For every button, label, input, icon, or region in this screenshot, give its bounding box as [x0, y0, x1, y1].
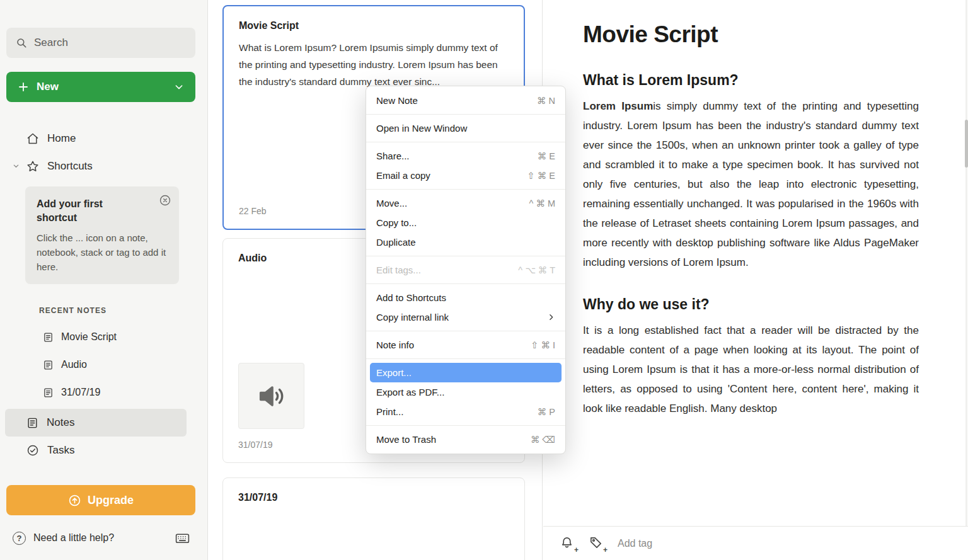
- upgrade-label: Upgrade: [88, 494, 134, 507]
- sidebar-item-home[interactable]: Home: [0, 125, 207, 152]
- note-card-date: 31/07/19: [238, 440, 273, 450]
- menu-item-label: Open in New Window: [376, 123, 467, 134]
- help-icon: ?: [13, 532, 26, 545]
- disclosure-chevron-icon[interactable]: [13, 163, 20, 169]
- menu-item-shortcut: ^ ⌥ ⌘ T: [518, 265, 555, 275]
- menu-item-label: Print...: [376, 406, 403, 417]
- menu-item-new-note[interactable]: New Note ⌘ N: [366, 91, 565, 110]
- audio-attachment-tile[interactable]: [238, 363, 304, 429]
- menu-item-open-in-new-window[interactable]: Open in New Window: [366, 118, 565, 138]
- note-editor-surface[interactable]: Movie Script What is Lorem Ipsum? Lorem …: [543, 0, 968, 526]
- help-label: Need a little help?: [33, 532, 114, 544]
- recent-note-label: Movie Script: [61, 331, 117, 343]
- notes-icon: [26, 417, 38, 429]
- notes-app-window: New Home Shortcuts Add your first shortc…: [0, 0, 968, 560]
- sidebar-item-tasks[interactable]: Tasks: [0, 437, 207, 464]
- menu-item-print[interactable]: Print... ⌘ P: [366, 402, 565, 421]
- menu-item-label: Add to Shortcuts: [376, 292, 446, 303]
- menu-item-copy-to[interactable]: Copy to...: [366, 213, 565, 232]
- menu-separator: [366, 358, 565, 359]
- menu-item-add-to-shortcuts[interactable]: Add to Shortcuts: [366, 288, 565, 307]
- menu-item-shortcut: ⇧ ⌘ E: [527, 171, 555, 181]
- sidebar-item-notes[interactable]: Notes: [5, 409, 187, 437]
- star-icon: [26, 160, 39, 173]
- chevron-down-icon[interactable]: [174, 82, 184, 92]
- keyboard-shortcuts-icon[interactable]: [175, 530, 190, 546]
- note-card-dated[interactable]: 31/07/19: [222, 477, 525, 560]
- sidebar-nav: Home Shortcuts: [0, 125, 207, 180]
- menu-item-shortcut: ⇧ ⌘ I: [531, 340, 555, 350]
- recent-notes-list: Movie Script Audio 31/07/19: [0, 323, 207, 406]
- recent-note-item[interactable]: Movie Script: [0, 323, 207, 351]
- menu-item-label: Move...: [376, 198, 407, 209]
- shortcut-card-title: Add your first shortcut: [37, 197, 144, 225]
- recent-notes-header: RECENT NOTES: [39, 306, 107, 315]
- recent-note-item[interactable]: 31/07/19: [0, 379, 207, 406]
- home-label: Home: [47, 132, 76, 145]
- sidebar-item-shortcuts[interactable]: Shortcuts: [0, 152, 207, 180]
- note-context-menu: New Note ⌘ N Open in New Window Share...…: [366, 86, 566, 454]
- note-paragraph[interactable]: It is a long established fact that a rea…: [583, 321, 919, 418]
- menu-item-label: New Note: [376, 95, 418, 106]
- note-icon: [43, 387, 54, 398]
- menu-item-duplicate[interactable]: Duplicate: [366, 232, 565, 252]
- close-icon[interactable]: [159, 194, 171, 207]
- search-input[interactable]: [34, 37, 186, 49]
- recent-note-label: Audio: [61, 359, 87, 370]
- menu-item-move[interactable]: Move... ^ ⌘ M: [366, 193, 565, 213]
- menu-item-label: Copy internal link: [376, 312, 449, 323]
- add-tag-label[interactable]: Add tag: [618, 538, 652, 549]
- note-footer-bar: + + Add tag: [543, 526, 968, 560]
- recent-note-item[interactable]: Audio: [0, 351, 207, 379]
- menu-separator: [366, 142, 565, 142]
- add-reminder-icon[interactable]: +: [560, 535, 576, 552]
- menu-item-note-info[interactable]: Note info ⇧ ⌘ I: [366, 335, 565, 355]
- menu-item-label: Duplicate: [376, 237, 416, 248]
- add-tag-icon[interactable]: +: [589, 535, 605, 552]
- new-note-button[interactable]: New: [6, 72, 195, 102]
- menu-item-shortcut: ⌘ ⌫: [531, 435, 555, 445]
- note-card-date: 22 Feb: [239, 206, 267, 216]
- note-editor-panel: Movie Script What is Lorem Ipsum? Lorem …: [543, 0, 968, 560]
- search-box[interactable]: [6, 28, 195, 58]
- help-link[interactable]: ? Need a little help?: [13, 524, 199, 552]
- submenu-arrow-icon: [547, 313, 555, 321]
- shortcuts-label: Shortcuts: [47, 160, 93, 173]
- menu-item-export[interactable]: Export...: [370, 363, 562, 382]
- bold-lead-text: Lorem Ipsum: [583, 100, 653, 112]
- menu-item-label: Copy to...: [376, 217, 417, 228]
- menu-item-export-as-pdf[interactable]: Export as PDF...: [366, 382, 565, 402]
- shortcut-card-body: Click the ... icon on a note, notebook, …: [37, 231, 169, 274]
- tasks-icon: [26, 444, 39, 457]
- menu-separator: [366, 256, 565, 256]
- menu-item-copy-internal-link[interactable]: Copy internal link: [366, 307, 565, 327]
- note-card-title: Movie Script: [239, 20, 509, 31]
- menu-item-label: Edit tags...: [376, 265, 421, 275]
- scrollbar-thumb[interactable]: [965, 120, 968, 168]
- menu-separator: [366, 283, 565, 284]
- menu-item-label: Export...: [376, 367, 412, 378]
- plus-badge: +: [574, 546, 579, 554]
- menu-item-shortcut: ⌘ E: [538, 151, 555, 161]
- menu-item-email-a-copy[interactable]: Email a copy ⇧ ⌘ E: [366, 166, 565, 185]
- speaker-icon: [255, 380, 288, 413]
- menu-item-label: Note info: [376, 340, 414, 350]
- note-card-title: 31/07/19: [238, 492, 509, 503]
- menu-item-move-to-trash[interactable]: Move to Trash ⌘ ⌫: [366, 430, 565, 449]
- note-icon: [43, 360, 54, 370]
- section-heading[interactable]: What is Lorem Ipsum?: [583, 72, 919, 89]
- menu-item-shortcut: ^ ⌘ M: [529, 198, 555, 209]
- search-icon: [16, 37, 27, 49]
- sidebar-tasks-wrap: Tasks: [0, 437, 207, 464]
- menu-item-label: Export as PDF...: [376, 387, 444, 397]
- menu-item-label: Email a copy: [376, 170, 430, 181]
- menu-separator: [366, 114, 565, 115]
- menu-item-label: Move to Trash: [376, 434, 436, 445]
- notes-label: Notes: [47, 416, 74, 429]
- section-heading[interactable]: Why do we use it?: [583, 296, 919, 313]
- plus-icon: [18, 81, 29, 93]
- menu-item-share[interactable]: Share... ⌘ E: [366, 146, 565, 166]
- upgrade-button[interactable]: Upgrade: [6, 485, 195, 515]
- note-paragraph[interactable]: Lorem Ipsumis simply dummy text of the p…: [583, 96, 919, 272]
- note-title[interactable]: Movie Script: [583, 21, 919, 48]
